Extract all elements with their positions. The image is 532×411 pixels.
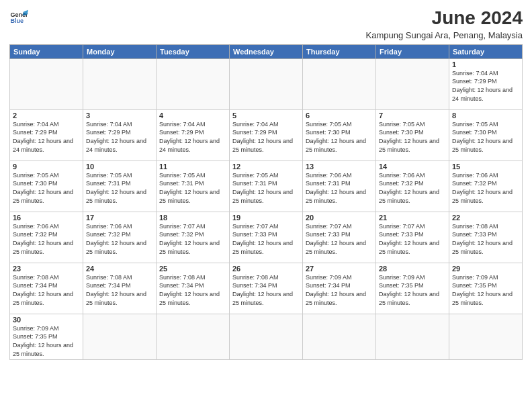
table-row: 16Sunrise: 7:06 AM Sunset: 7:32 PM Dayli… [10, 212, 83, 263]
day-number: 11 [159, 163, 226, 171]
day-info: Sunrise: 7:08 AM Sunset: 7:34 PM Dayligh… [86, 273, 153, 307]
table-row: 27Sunrise: 7:09 AM Sunset: 7:34 PM Dayli… [303, 263, 376, 314]
day-number: 7 [379, 111, 446, 120]
table-row [83, 58, 157, 109]
table-row: 8Sunrise: 7:05 AM Sunset: 7:30 PM Daylig… [449, 109, 523, 161]
table-row [303, 58, 376, 109]
day-info: Sunrise: 7:06 AM Sunset: 7:32 PM Dayligh… [379, 171, 446, 205]
day-info: Sunrise: 7:04 AM Sunset: 7:29 PM Dayligh… [86, 120, 153, 154]
day-info: Sunrise: 7:05 AM Sunset: 7:30 PM Dayligh… [452, 120, 519, 154]
day-info: Sunrise: 7:09 AM Sunset: 7:34 PM Dayligh… [306, 273, 373, 307]
calendar-table: Sunday Monday Tuesday Wednesday Thursday… [9, 44, 523, 360]
day-number: 25 [159, 265, 226, 273]
table-row: 11Sunrise: 7:05 AM Sunset: 7:31 PM Dayli… [157, 161, 230, 212]
day-number: 3 [86, 111, 153, 120]
table-row: 9Sunrise: 7:05 AM Sunset: 7:30 PM Daylig… [10, 161, 83, 212]
location-subtitle: Kampung Sungai Ara, Penang, Malaysia [366, 30, 523, 40]
day-number: 1 [452, 60, 519, 68]
table-row: 4Sunrise: 7:04 AM Sunset: 7:29 PM Daylig… [157, 109, 230, 161]
table-row: 12Sunrise: 7:05 AM Sunset: 7:31 PM Dayli… [230, 161, 303, 212]
day-number: 28 [379, 265, 446, 273]
calendar-header-row: Sunday Monday Tuesday Wednesday Thursday… [10, 44, 523, 58]
table-row [83, 314, 157, 359]
day-info: Sunrise: 7:05 AM Sunset: 7:30 PM Dayligh… [13, 171, 80, 205]
table-row: 30Sunrise: 7:09 AM Sunset: 7:35 PM Dayli… [10, 314, 83, 359]
day-number: 8 [452, 111, 519, 120]
table-row: 20Sunrise: 7:07 AM Sunset: 7:33 PM Dayli… [303, 212, 376, 263]
day-info: Sunrise: 7:09 AM Sunset: 7:35 PM Dayligh… [379, 273, 446, 307]
day-number: 12 [232, 163, 300, 171]
table-row [157, 314, 230, 359]
table-row: 13Sunrise: 7:06 AM Sunset: 7:31 PM Dayli… [303, 161, 376, 212]
day-info: Sunrise: 7:05 AM Sunset: 7:31 PM Dayligh… [232, 171, 300, 205]
day-number: 30 [13, 316, 80, 324]
day-number: 19 [232, 214, 300, 222]
day-number: 4 [159, 111, 226, 120]
table-row: 15Sunrise: 7:06 AM Sunset: 7:32 PM Dayli… [449, 161, 523, 212]
table-row [157, 58, 230, 109]
day-number: 14 [379, 163, 446, 171]
day-info: Sunrise: 7:04 AM Sunset: 7:29 PM Dayligh… [13, 120, 80, 154]
col-sunday: Sunday [10, 44, 83, 58]
table-row: 17Sunrise: 7:06 AM Sunset: 7:32 PM Dayli… [83, 212, 157, 263]
day-number: 18 [159, 214, 226, 222]
table-row [230, 314, 303, 359]
day-number: 21 [379, 214, 446, 222]
day-number: 23 [13, 265, 80, 273]
day-info: Sunrise: 7:08 AM Sunset: 7:33 PM Dayligh… [452, 222, 519, 256]
month-year-title: June 2024 [366, 8, 523, 29]
table-row: 7Sunrise: 7:05 AM Sunset: 7:30 PM Daylig… [376, 109, 449, 161]
day-info: Sunrise: 7:06 AM Sunset: 7:32 PM Dayligh… [86, 222, 153, 256]
table-row: 6Sunrise: 7:05 AM Sunset: 7:30 PM Daylig… [303, 109, 376, 161]
table-row [303, 314, 376, 359]
day-info: Sunrise: 7:05 AM Sunset: 7:30 PM Dayligh… [379, 120, 446, 154]
day-info: Sunrise: 7:05 AM Sunset: 7:30 PM Dayligh… [306, 120, 373, 154]
day-info: Sunrise: 7:06 AM Sunset: 7:31 PM Dayligh… [306, 171, 373, 205]
day-number: 15 [452, 163, 519, 171]
day-info: Sunrise: 7:08 AM Sunset: 7:34 PM Dayligh… [159, 273, 226, 307]
day-number: 10 [86, 163, 153, 171]
day-info: Sunrise: 7:05 AM Sunset: 7:31 PM Dayligh… [159, 171, 226, 205]
day-info: Sunrise: 7:05 AM Sunset: 7:31 PM Dayligh… [86, 171, 153, 205]
day-info: Sunrise: 7:09 AM Sunset: 7:35 PM Dayligh… [452, 273, 519, 307]
day-number: 24 [86, 265, 153, 273]
day-info: Sunrise: 7:04 AM Sunset: 7:29 PM Dayligh… [452, 69, 519, 103]
col-wednesday: Wednesday [230, 44, 303, 58]
day-number: 17 [86, 214, 153, 222]
svg-text:Blue: Blue [10, 17, 24, 24]
table-row: 3Sunrise: 7:04 AM Sunset: 7:29 PM Daylig… [83, 109, 157, 161]
day-number: 16 [13, 214, 80, 222]
day-number: 9 [13, 163, 80, 171]
table-row [230, 58, 303, 109]
day-info: Sunrise: 7:06 AM Sunset: 7:32 PM Dayligh… [13, 222, 80, 256]
table-row: 21Sunrise: 7:07 AM Sunset: 7:33 PM Dayli… [376, 212, 449, 263]
table-row: 1Sunrise: 7:04 AM Sunset: 7:29 PM Daylig… [449, 58, 523, 109]
day-number: 29 [452, 265, 519, 273]
col-thursday: Thursday [303, 44, 376, 58]
table-row: 22Sunrise: 7:08 AM Sunset: 7:33 PM Dayli… [449, 212, 523, 263]
table-row: 14Sunrise: 7:06 AM Sunset: 7:32 PM Dayli… [376, 161, 449, 212]
col-monday: Monday [83, 44, 157, 58]
day-info: Sunrise: 7:07 AM Sunset: 7:32 PM Dayligh… [159, 222, 226, 256]
day-info: Sunrise: 7:08 AM Sunset: 7:34 PM Dayligh… [232, 273, 300, 307]
day-number: 5 [232, 111, 300, 120]
table-row: 10Sunrise: 7:05 AM Sunset: 7:31 PM Dayli… [83, 161, 157, 212]
table-row: 25Sunrise: 7:08 AM Sunset: 7:34 PM Dayli… [157, 263, 230, 314]
table-row: 26Sunrise: 7:08 AM Sunset: 7:34 PM Dayli… [230, 263, 303, 314]
table-row: 28Sunrise: 7:09 AM Sunset: 7:35 PM Dayli… [376, 263, 449, 314]
day-info: Sunrise: 7:07 AM Sunset: 7:33 PM Dayligh… [379, 222, 446, 256]
col-saturday: Saturday [449, 44, 523, 58]
calendar-page: General Blue June 2024 Kampung Sungai Ar… [0, 0, 532, 411]
table-row [10, 58, 83, 109]
day-info: Sunrise: 7:06 AM Sunset: 7:32 PM Dayligh… [452, 171, 519, 205]
day-info: Sunrise: 7:07 AM Sunset: 7:33 PM Dayligh… [232, 222, 300, 256]
table-row [449, 314, 523, 359]
table-row: 29Sunrise: 7:09 AM Sunset: 7:35 PM Dayli… [449, 263, 523, 314]
table-row: 24Sunrise: 7:08 AM Sunset: 7:34 PM Dayli… [83, 263, 157, 314]
logo-icon: General Blue [9, 8, 28, 27]
col-friday: Friday [376, 44, 449, 58]
day-info: Sunrise: 7:07 AM Sunset: 7:33 PM Dayligh… [306, 222, 373, 256]
table-row: 19Sunrise: 7:07 AM Sunset: 7:33 PM Dayli… [230, 212, 303, 263]
day-number: 27 [306, 265, 373, 273]
col-tuesday: Tuesday [157, 44, 230, 58]
